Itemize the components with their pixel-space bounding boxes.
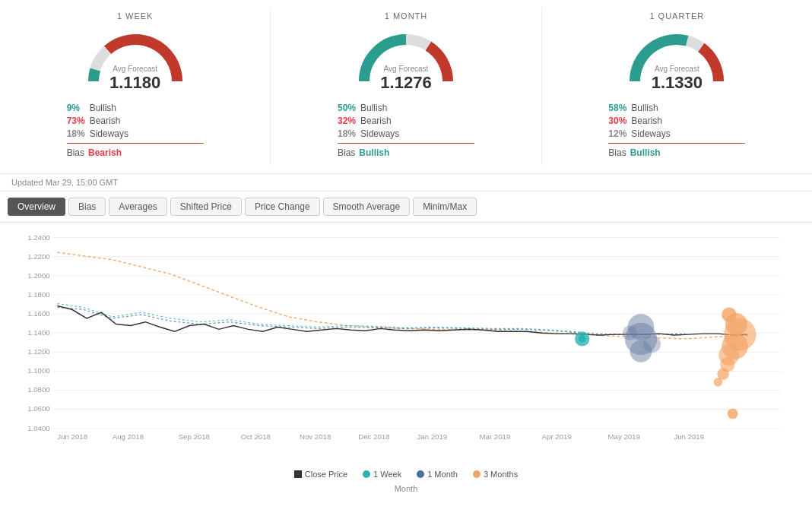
avg-label-week: Avg Forecast bbox=[109, 65, 160, 73]
svg-text:Jan 2019: Jan 2019 bbox=[417, 432, 447, 441]
svg-text:Oct 2018: Oct 2018 bbox=[241, 432, 271, 441]
bearish-label-month: Bearish bbox=[360, 116, 392, 126]
top-section: 1 WEEK Avg Forecast 1.1180 9% Bullish 73… bbox=[0, 0, 812, 174]
svg-text:Jun 2019: Jun 2019 bbox=[674, 432, 704, 441]
bearish-pct-quarter: 30% bbox=[608, 116, 631, 126]
bias-value-month: Bullish bbox=[359, 147, 389, 158]
bias-row-quarter: Bias Bullish bbox=[608, 147, 745, 158]
svg-text:1.2200: 1.2200 bbox=[27, 252, 50, 261]
panel-title-month: 1 MONTH bbox=[385, 11, 428, 21]
legend-dot-month bbox=[417, 470, 424, 478]
legend-label-close-price: Close Price bbox=[305, 470, 347, 479]
bias-label-week: Bias bbox=[67, 147, 84, 158]
sideways-label-quarter: Sideways bbox=[631, 128, 670, 139]
sideways-label-week: Sideways bbox=[90, 128, 128, 139]
bearish-row-quarter: 30% Bearish bbox=[608, 116, 745, 126]
svg-point-47 bbox=[728, 409, 738, 419]
legend-dot-week bbox=[363, 470, 370, 478]
bullish-row-quarter: 58% Bullish bbox=[608, 103, 745, 113]
tab-smooth-average[interactable]: Smooth Average bbox=[323, 198, 411, 216]
legend-item-close-price: Close Price bbox=[294, 470, 347, 479]
legend-item-three-months: 3 Months bbox=[473, 470, 518, 479]
avg-label-month: Avg Forecast bbox=[380, 65, 431, 73]
bullish-label-week: Bullish bbox=[90, 103, 116, 113]
bias-row-month: Bias Bullish bbox=[338, 147, 474, 158]
gauge-week: Avg Forecast 1.1180 bbox=[75, 24, 196, 93]
bullish-pct-week: 9% bbox=[67, 103, 90, 113]
svg-text:Jun 2018: Jun 2018 bbox=[57, 432, 87, 441]
svg-text:1.1400: 1.1400 bbox=[27, 328, 50, 337]
updated-text: Updated Mar 29, 15:00 GMT bbox=[11, 178, 118, 187]
svg-text:1.2400: 1.2400 bbox=[27, 233, 50, 242]
bearish-pct-month: 32% bbox=[338, 116, 360, 126]
bullish-pct-quarter: 58% bbox=[608, 103, 631, 113]
legend-label-week: 1 Week bbox=[373, 470, 401, 479]
tab-overview[interactable]: Overview bbox=[8, 198, 65, 216]
avg-value-month: 1.1276 bbox=[380, 73, 431, 92]
bullish-row-week: 9% Bullish bbox=[67, 103, 204, 113]
sideways-pct-week: 18% bbox=[67, 128, 90, 139]
updated-bar: Updated Mar 29, 15:00 GMT bbox=[0, 174, 812, 191]
legend-label-month: 1 Month bbox=[427, 470, 458, 479]
bearish-pct-week: 73% bbox=[67, 116, 90, 126]
bias-value-week: Bearish bbox=[88, 147, 122, 158]
tab-minim-max[interactable]: Minim/Max bbox=[413, 198, 477, 216]
bearish-row-month: 32% Bearish bbox=[338, 116, 474, 126]
gauge-month: Avg Forecast 1.1276 bbox=[345, 24, 467, 93]
avg-label-quarter: Avg Forecast bbox=[652, 65, 703, 73]
bias-label-month: Bias bbox=[338, 147, 355, 158]
chart-area: 1.2400 1.2200 1.2000 1.1800 1.1600 1.140… bbox=[0, 223, 812, 466]
sideways-pct-quarter: 12% bbox=[608, 128, 631, 139]
svg-text:1.0600: 1.0600 bbox=[27, 404, 50, 413]
forecast-panel-week: 1 WEEK Avg Forecast 1.1180 9% Bullish 73… bbox=[0, 8, 271, 166]
bullish-label-quarter: Bullish bbox=[631, 103, 658, 113]
svg-point-37 bbox=[643, 335, 661, 353]
svg-text:Dec 2018: Dec 2018 bbox=[358, 432, 389, 441]
month-label: Month bbox=[0, 483, 812, 497]
sideways-row-week: 18% Sideways bbox=[67, 128, 204, 139]
svg-text:1.1600: 1.1600 bbox=[27, 309, 50, 318]
panel-title-week: 1 WEEK bbox=[117, 11, 154, 21]
svg-point-46 bbox=[714, 378, 723, 387]
legend-item-week: 1 Week bbox=[363, 470, 401, 479]
svg-text:Nov 2018: Nov 2018 bbox=[300, 432, 331, 441]
sideways-label-month: Sideways bbox=[360, 128, 399, 139]
bearish-label-quarter: Bearish bbox=[631, 116, 662, 126]
gauge-quarter: Avg Forecast 1.1330 bbox=[616, 24, 737, 93]
bias-row-week: Bias Bearish bbox=[67, 147, 204, 158]
sideways-pct-month: 18% bbox=[338, 128, 360, 139]
tab-averages[interactable]: Averages bbox=[109, 198, 167, 216]
legend-sq-close-price bbox=[294, 470, 302, 478]
tabs-bar: OverviewBiasAveragesShifted PricePrice C… bbox=[0, 191, 812, 223]
svg-text:Sep 2018: Sep 2018 bbox=[179, 432, 210, 441]
svg-text:1.1000: 1.1000 bbox=[27, 366, 50, 375]
tab-price-change[interactable]: Price Change bbox=[245, 198, 320, 216]
bias-value-quarter: Bullish bbox=[630, 147, 661, 158]
svg-point-48 bbox=[579, 335, 586, 343]
tab-shifted-price[interactable]: Shifted Price bbox=[170, 198, 242, 216]
svg-text:1.0800: 1.0800 bbox=[27, 385, 50, 394]
svg-text:1.2000: 1.2000 bbox=[27, 271, 50, 280]
forecast-panel-month: 1 MONTH Avg Forecast 1.1276 50% Bullish … bbox=[271, 8, 541, 166]
sideways-row-month: 18% Sideways bbox=[338, 128, 474, 139]
bearish-row-week: 73% Bearish bbox=[67, 116, 204, 126]
legend-dot-three-months bbox=[473, 470, 481, 478]
bearish-label-week: Bearish bbox=[90, 116, 121, 126]
forecast-panel-quarter: 1 QUARTER Avg Forecast 1.1330 58% Bullis… bbox=[542, 8, 812, 166]
bias-label-quarter: Bias bbox=[608, 147, 626, 158]
avg-value-quarter: 1.1330 bbox=[652, 73, 703, 92]
svg-text:1.1800: 1.1800 bbox=[27, 290, 50, 299]
bullish-pct-month: 50% bbox=[338, 103, 360, 113]
svg-text:1.1200: 1.1200 bbox=[27, 347, 50, 356]
tab-bias[interactable]: Bias bbox=[68, 198, 106, 216]
svg-text:1.0400: 1.0400 bbox=[27, 424, 50, 432]
legend-bar: Close Price1 Week1 Month3 Months bbox=[0, 466, 812, 483]
main-chart: 1.2400 1.2200 1.2000 1.1800 1.1600 1.140… bbox=[8, 230, 804, 443]
svg-text:Mar 2019: Mar 2019 bbox=[480, 432, 511, 441]
bullish-row-month: 50% Bullish bbox=[338, 103, 474, 113]
svg-text:Apr 2019: Apr 2019 bbox=[542, 432, 572, 441]
svg-point-38 bbox=[623, 326, 637, 340]
svg-text:May 2019: May 2019 bbox=[608, 432, 640, 441]
legend-label-three-months: 3 Months bbox=[484, 470, 518, 479]
legend-item-month: 1 Month bbox=[417, 470, 458, 479]
